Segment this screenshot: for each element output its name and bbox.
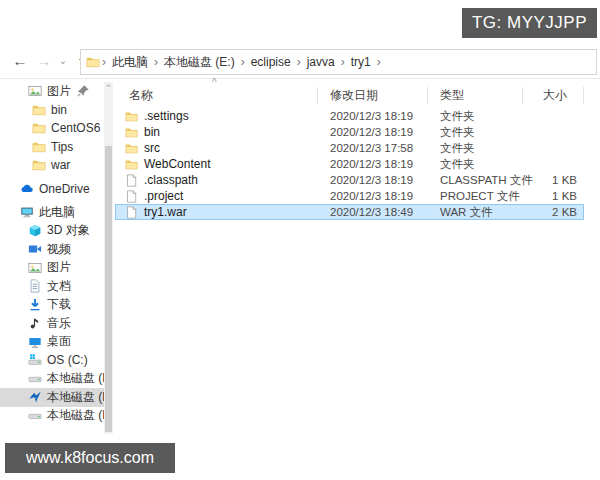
folder-icon (32, 103, 46, 117)
forward-arrow-icon[interactable]: → (32, 52, 56, 69)
column-header-name[interactable]: 名称 (115, 87, 318, 104)
sidebar-item[interactable]: war (0, 156, 104, 175)
sidebar-item[interactable]: 此电脑 (0, 203, 104, 222)
file-type: PROJECT 文件 (428, 189, 523, 204)
chevron-up-icon[interactable]: ^ (104, 82, 113, 92)
sidebar-item[interactable]: 视频 (0, 240, 104, 259)
sidebar-item[interactable]: 音乐 (0, 314, 104, 333)
cloud-icon (20, 182, 34, 196)
sidebar-item-label: bin (51, 103, 67, 117)
file-type: 文件夹 (428, 141, 523, 156)
folder-icon (125, 126, 138, 139)
chevron-down-icon[interactable]: ⌄ (56, 55, 70, 66)
file-row[interactable]: .classpath2020/12/3 18:19CLASSPATH 文件1 K… (115, 172, 584, 188)
breadcrumb-segment[interactable]: 本地磁盘 (E:) (158, 54, 241, 71)
breadcrumb: ›此电脑›本地磁盘 (E:)›eclipise›javva›try1› (102, 54, 381, 71)
file-icon (125, 206, 138, 219)
file-date: 2020/12/3 18:19 (318, 190, 428, 202)
file-date: 2020/12/3 18:19 (318, 126, 428, 138)
sidebar-item[interactable]: 图片 (0, 82, 104, 101)
sidebar-item[interactable]: 桌面 (0, 333, 104, 352)
explorer-toolbar: ← → ⌄ ↑ ›此电脑›本地磁盘 (E:)›eclipise›javva›tr… (0, 42, 600, 79)
column-header-size[interactable]: 大小 (523, 87, 584, 104)
sidebar-item-label: OS (C:) (47, 353, 88, 367)
sidebar-item-label: war (51, 158, 70, 172)
file-name-cell[interactable]: .settings (115, 109, 318, 123)
sidebar-item-label: OneDrive (39, 182, 90, 196)
folder-icon (32, 140, 46, 154)
sidebar-item-label: 3D 对象 (47, 222, 90, 239)
breadcrumb-separator-icon: › (377, 55, 381, 69)
sidebar-item-label: 视频 (47, 241, 71, 258)
scrollbar-thumb[interactable] (105, 146, 112, 432)
address-bar[interactable]: ›此电脑›本地磁盘 (E:)›eclipise›javva›try1› (80, 49, 597, 75)
file-date: 2020/12/3 18:19 (318, 158, 428, 170)
sidebar-item[interactable]: 本地磁盘 (D:) (0, 370, 104, 389)
file-type: CLASSPATH 文件 (428, 173, 523, 188)
file-name-cell[interactable]: .classpath (115, 173, 318, 187)
desktop-icon (28, 335, 42, 349)
watermark-top: TG: MYYJJPP (462, 8, 597, 38)
file-name: .project (144, 189, 183, 203)
file-name-cell[interactable]: src (115, 141, 318, 155)
file-type: WAR 文件 (428, 205, 523, 220)
file-size: 1 KB (523, 190, 584, 202)
sort-ascending-icon: ^ (212, 77, 217, 88)
drive-icon (28, 372, 42, 386)
document-icon (28, 279, 42, 293)
sidebar-item[interactable]: CentOS6 (0, 119, 104, 138)
file-row[interactable]: .project2020/12/3 18:19PROJECT 文件1 KB (115, 188, 584, 204)
file-name-cell[interactable]: try1.war (115, 205, 318, 219)
sidebar-item-label: CentOS6 (51, 121, 100, 135)
breadcrumb-segment[interactable]: javva (301, 55, 341, 69)
folder-icon (125, 142, 138, 155)
file-name-cell[interactable]: bin (115, 125, 318, 139)
breadcrumb-segment[interactable]: 此电脑 (106, 54, 154, 71)
folder-icon (125, 158, 138, 171)
file-name-cell[interactable]: .project (115, 189, 318, 203)
cube-icon (28, 224, 42, 238)
sidebar-item-label: 本地磁盘 (D:) (47, 370, 104, 387)
sidebar-item[interactable]: 图片 (0, 259, 104, 278)
picture-icon (28, 84, 42, 98)
sidebar-item[interactable]: Tips (0, 138, 104, 157)
back-arrow-icon[interactable]: ← (8, 52, 32, 69)
column-header-type[interactable]: 类型 (428, 87, 523, 104)
file-row[interactable]: .settings2020/12/3 18:19文件夹 (115, 108, 584, 124)
file-row[interactable]: bin2020/12/3 18:19文件夹 (115, 124, 584, 140)
file-name: try1.war (144, 205, 187, 219)
sidebar-item[interactable]: 下载 (0, 296, 104, 315)
file-icon (125, 190, 138, 203)
sidebar-item[interactable]: OneDrive (0, 180, 104, 199)
file-icon (125, 174, 138, 187)
file-row[interactable]: try1.war2020/12/3 18:49WAR 文件2 KB (115, 204, 584, 220)
drive-os-icon (28, 353, 42, 367)
sidebar-item[interactable]: 本地磁盘 (E:) (0, 388, 104, 407)
folder-icon (32, 121, 46, 135)
file-name: bin (144, 125, 160, 139)
sidebar-item[interactable]: OS (C:) (0, 351, 104, 370)
breadcrumb-segment[interactable]: eclipise (245, 55, 297, 69)
file-row[interactable]: WebContent2020/12/3 18:19文件夹 (115, 156, 584, 172)
file-name: .settings (144, 109, 189, 123)
sidebar-item[interactable]: 文档 (0, 277, 104, 296)
file-row[interactable]: src2020/12/3 17:58文件夹 (115, 140, 584, 156)
file-date: 2020/12/3 18:19 (318, 110, 428, 122)
file-date: 2020/12/3 17:58 (318, 142, 428, 154)
picture-icon (28, 261, 42, 275)
breadcrumb-segment[interactable]: try1 (345, 55, 377, 69)
sidebar-item-label: 本地磁盘 (F:) (47, 407, 104, 424)
sidebar-item-label: 图片 (47, 259, 71, 276)
file-name-cell[interactable]: WebContent (115, 157, 318, 171)
sidebar-item[interactable]: 本地磁盘 (F:) (0, 407, 104, 426)
sidebar-item[interactable]: bin (0, 101, 104, 120)
file-date: 2020/12/3 18:19 (318, 174, 428, 186)
sidebar-item[interactable]: 3D 对象 (0, 222, 104, 241)
file-list-panel: ^ 名称 修改日期 类型 大小 .settings2020/12/3 18:19… (115, 80, 584, 220)
drive-e-icon (28, 390, 42, 404)
sidebar-item-label: Tips (51, 140, 73, 154)
file-type: 文件夹 (428, 125, 523, 140)
sidebar-scrollbar[interactable]: ^ (104, 82, 113, 434)
column-header-date[interactable]: 修改日期 (318, 87, 428, 104)
sidebar-item-label: 本地磁盘 (E:) (47, 389, 104, 406)
